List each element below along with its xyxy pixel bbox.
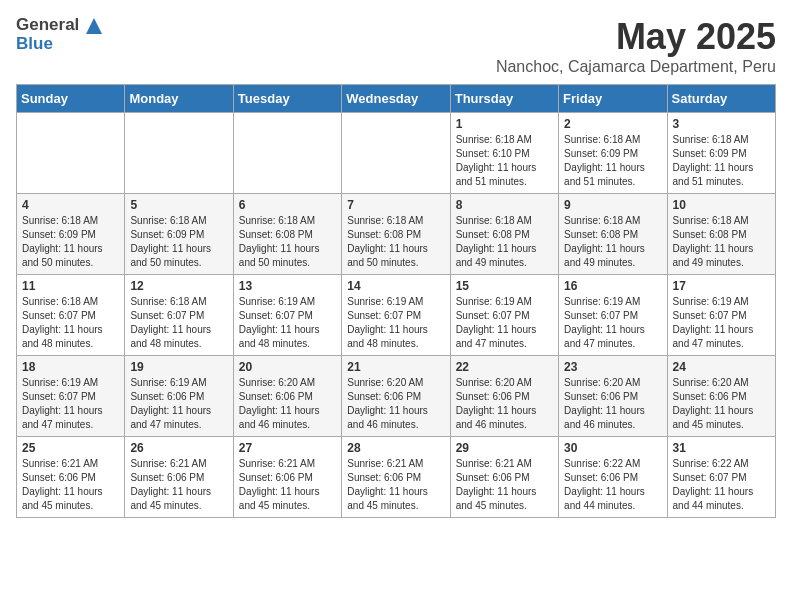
calendar-cell: 28Sunrise: 6:21 AM Sunset: 6:06 PM Dayli…: [342, 437, 450, 518]
calendar-week-row: 11Sunrise: 6:18 AM Sunset: 6:07 PM Dayli…: [17, 275, 776, 356]
day-info: Sunrise: 6:19 AM Sunset: 6:07 PM Dayligh…: [673, 295, 770, 351]
day-number: 21: [347, 360, 444, 374]
day-info: Sunrise: 6:19 AM Sunset: 6:07 PM Dayligh…: [456, 295, 553, 351]
calendar-cell: 29Sunrise: 6:21 AM Sunset: 6:06 PM Dayli…: [450, 437, 558, 518]
page-header: General Blue May 2025 Nanchoc, Cajamarca…: [16, 16, 776, 76]
calendar-cell: 20Sunrise: 6:20 AM Sunset: 6:06 PM Dayli…: [233, 356, 341, 437]
day-number: 12: [130, 279, 227, 293]
calendar-cell: 18Sunrise: 6:19 AM Sunset: 6:07 PM Dayli…: [17, 356, 125, 437]
day-info: Sunrise: 6:19 AM Sunset: 6:07 PM Dayligh…: [347, 295, 444, 351]
calendar-day-header: Friday: [559, 85, 667, 113]
calendar-week-row: 25Sunrise: 6:21 AM Sunset: 6:06 PM Dayli…: [17, 437, 776, 518]
day-info: Sunrise: 6:18 AM Sunset: 6:07 PM Dayligh…: [130, 295, 227, 351]
logo-general-text: General: [16, 16, 102, 35]
calendar-cell: 10Sunrise: 6:18 AM Sunset: 6:08 PM Dayli…: [667, 194, 775, 275]
calendar-day-header: Tuesday: [233, 85, 341, 113]
calendar-day-header: Saturday: [667, 85, 775, 113]
svg-marker-0: [86, 18, 102, 34]
calendar-cell: 27Sunrise: 6:21 AM Sunset: 6:06 PM Dayli…: [233, 437, 341, 518]
day-number: 24: [673, 360, 770, 374]
calendar-table: SundayMondayTuesdayWednesdayThursdayFrid…: [16, 84, 776, 518]
calendar-cell: 1Sunrise: 6:18 AM Sunset: 6:10 PM Daylig…: [450, 113, 558, 194]
calendar-cell: 19Sunrise: 6:19 AM Sunset: 6:06 PM Dayli…: [125, 356, 233, 437]
day-number: 6: [239, 198, 336, 212]
title-block: May 2025 Nanchoc, Cajamarca Department, …: [496, 16, 776, 76]
day-info: Sunrise: 6:20 AM Sunset: 6:06 PM Dayligh…: [564, 376, 661, 432]
day-info: Sunrise: 6:21 AM Sunset: 6:06 PM Dayligh…: [239, 457, 336, 513]
day-number: 28: [347, 441, 444, 455]
calendar-cell: 13Sunrise: 6:19 AM Sunset: 6:07 PM Dayli…: [233, 275, 341, 356]
calendar-cell: 24Sunrise: 6:20 AM Sunset: 6:06 PM Dayli…: [667, 356, 775, 437]
calendar-cell: 31Sunrise: 6:22 AM Sunset: 6:07 PM Dayli…: [667, 437, 775, 518]
day-info: Sunrise: 6:18 AM Sunset: 6:09 PM Dayligh…: [130, 214, 227, 270]
day-info: Sunrise: 6:21 AM Sunset: 6:06 PM Dayligh…: [347, 457, 444, 513]
day-number: 30: [564, 441, 661, 455]
calendar-cell: 16Sunrise: 6:19 AM Sunset: 6:07 PM Dayli…: [559, 275, 667, 356]
day-number: 10: [673, 198, 770, 212]
day-info: Sunrise: 6:18 AM Sunset: 6:09 PM Dayligh…: [564, 133, 661, 189]
day-info: Sunrise: 6:18 AM Sunset: 6:09 PM Dayligh…: [22, 214, 119, 270]
day-info: Sunrise: 6:22 AM Sunset: 6:06 PM Dayligh…: [564, 457, 661, 513]
logo: General Blue: [16, 16, 102, 53]
day-info: Sunrise: 6:18 AM Sunset: 6:08 PM Dayligh…: [239, 214, 336, 270]
calendar-cell: 2Sunrise: 6:18 AM Sunset: 6:09 PM Daylig…: [559, 113, 667, 194]
day-info: Sunrise: 6:19 AM Sunset: 6:07 PM Dayligh…: [564, 295, 661, 351]
calendar-cell: [125, 113, 233, 194]
day-number: 23: [564, 360, 661, 374]
calendar-cell: 14Sunrise: 6:19 AM Sunset: 6:07 PM Dayli…: [342, 275, 450, 356]
calendar-cell: 25Sunrise: 6:21 AM Sunset: 6:06 PM Dayli…: [17, 437, 125, 518]
day-number: 22: [456, 360, 553, 374]
day-info: Sunrise: 6:21 AM Sunset: 6:06 PM Dayligh…: [456, 457, 553, 513]
day-number: 29: [456, 441, 553, 455]
calendar-cell: 22Sunrise: 6:20 AM Sunset: 6:06 PM Dayli…: [450, 356, 558, 437]
day-number: 26: [130, 441, 227, 455]
calendar-cell: 9Sunrise: 6:18 AM Sunset: 6:08 PM Daylig…: [559, 194, 667, 275]
calendar-cell: 3Sunrise: 6:18 AM Sunset: 6:09 PM Daylig…: [667, 113, 775, 194]
day-number: 27: [239, 441, 336, 455]
calendar-cell: 15Sunrise: 6:19 AM Sunset: 6:07 PM Dayli…: [450, 275, 558, 356]
day-number: 31: [673, 441, 770, 455]
calendar-week-row: 1Sunrise: 6:18 AM Sunset: 6:10 PM Daylig…: [17, 113, 776, 194]
day-number: 19: [130, 360, 227, 374]
day-number: 20: [239, 360, 336, 374]
calendar-day-header: Sunday: [17, 85, 125, 113]
day-number: 8: [456, 198, 553, 212]
calendar-cell: 11Sunrise: 6:18 AM Sunset: 6:07 PM Dayli…: [17, 275, 125, 356]
day-info: Sunrise: 6:19 AM Sunset: 6:06 PM Dayligh…: [130, 376, 227, 432]
day-info: Sunrise: 6:21 AM Sunset: 6:06 PM Dayligh…: [130, 457, 227, 513]
day-number: 17: [673, 279, 770, 293]
day-info: Sunrise: 6:20 AM Sunset: 6:06 PM Dayligh…: [347, 376, 444, 432]
day-number: 9: [564, 198, 661, 212]
calendar-day-header: Wednesday: [342, 85, 450, 113]
logo-triangle-icon: [86, 18, 102, 34]
day-info: Sunrise: 6:20 AM Sunset: 6:06 PM Dayligh…: [456, 376, 553, 432]
calendar-cell: 23Sunrise: 6:20 AM Sunset: 6:06 PM Dayli…: [559, 356, 667, 437]
day-number: 3: [673, 117, 770, 131]
day-info: Sunrise: 6:18 AM Sunset: 6:07 PM Dayligh…: [22, 295, 119, 351]
calendar-cell: [233, 113, 341, 194]
day-info: Sunrise: 6:18 AM Sunset: 6:09 PM Dayligh…: [673, 133, 770, 189]
day-info: Sunrise: 6:18 AM Sunset: 6:08 PM Dayligh…: [564, 214, 661, 270]
calendar-week-row: 18Sunrise: 6:19 AM Sunset: 6:07 PM Dayli…: [17, 356, 776, 437]
day-number: 7: [347, 198, 444, 212]
calendar-cell: 5Sunrise: 6:18 AM Sunset: 6:09 PM Daylig…: [125, 194, 233, 275]
day-info: Sunrise: 6:19 AM Sunset: 6:07 PM Dayligh…: [239, 295, 336, 351]
day-number: 13: [239, 279, 336, 293]
day-number: 2: [564, 117, 661, 131]
day-info: Sunrise: 6:18 AM Sunset: 6:08 PM Dayligh…: [347, 214, 444, 270]
calendar-day-header: Thursday: [450, 85, 558, 113]
calendar-cell: 6Sunrise: 6:18 AM Sunset: 6:08 PM Daylig…: [233, 194, 341, 275]
day-info: Sunrise: 6:20 AM Sunset: 6:06 PM Dayligh…: [673, 376, 770, 432]
day-info: Sunrise: 6:18 AM Sunset: 6:08 PM Dayligh…: [673, 214, 770, 270]
day-info: Sunrise: 6:18 AM Sunset: 6:10 PM Dayligh…: [456, 133, 553, 189]
day-number: 11: [22, 279, 119, 293]
calendar-header-row: SundayMondayTuesdayWednesdayThursdayFrid…: [17, 85, 776, 113]
calendar-cell: [342, 113, 450, 194]
day-number: 18: [22, 360, 119, 374]
day-info: Sunrise: 6:20 AM Sunset: 6:06 PM Dayligh…: [239, 376, 336, 432]
day-number: 4: [22, 198, 119, 212]
day-number: 16: [564, 279, 661, 293]
day-number: 5: [130, 198, 227, 212]
day-number: 14: [347, 279, 444, 293]
calendar-cell: 21Sunrise: 6:20 AM Sunset: 6:06 PM Dayli…: [342, 356, 450, 437]
